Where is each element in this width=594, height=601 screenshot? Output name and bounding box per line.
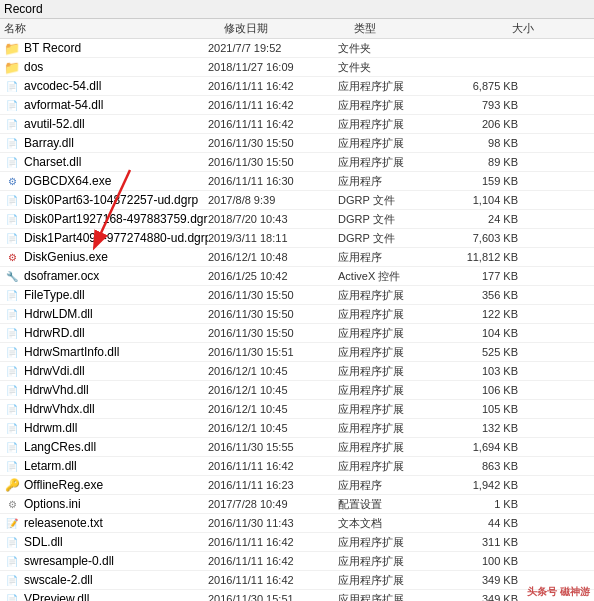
file-size: 159 KB (438, 175, 518, 187)
list-item[interactable]: 📄HdrwVdi.dll2016/12/1 10:45应用程序扩展103 KB (0, 362, 594, 381)
dll-icon: 📄 (4, 458, 20, 474)
list-item[interactable]: 📄HdrwVhd.dll2016/12/1 10:45应用程序扩展106 KB (0, 381, 594, 400)
list-item[interactable]: 📄SDL.dll2016/11/11 16:42应用程序扩展311 KB (0, 533, 594, 552)
file-type: 应用程序扩展 (338, 459, 438, 474)
dll-icon: 📄 (4, 78, 20, 94)
column-headers: 名称 修改日期 类型 大小 (0, 19, 594, 39)
file-name: DiskGenius.exe (24, 250, 108, 264)
file-type: DGRP 文件 (338, 193, 438, 208)
dll-icon: 📄 (4, 325, 20, 341)
list-item[interactable]: 📄HdrwLDM.dll2016/11/30 15:50应用程序扩展122 KB (0, 305, 594, 324)
dgrp-icon: 📄 (4, 192, 20, 208)
file-type: 应用程序扩展 (338, 402, 438, 417)
list-item[interactable]: 📄Disk1Part4096-977274880-ud.dgrp2019/3/1… (0, 229, 594, 248)
list-item[interactable]: 📄HdrwRD.dll2016/11/30 15:50应用程序扩展104 KB (0, 324, 594, 343)
file-name: Disk0Part63-104872257-ud.dgrp (24, 193, 198, 207)
file-date: 2021/7/7 19:52 (208, 42, 338, 54)
file-size: 24 KB (438, 213, 518, 225)
dll-icon: 📄 (4, 591, 20, 601)
list-item[interactable]: 📄swresample-0.dll2016/11/11 16:42应用程序扩展1… (0, 552, 594, 571)
list-item[interactable]: 📄HdrwVhdx.dll2016/12/1 10:45应用程序扩展105 KB (0, 400, 594, 419)
list-item[interactable]: 📁BT Record2021/7/7 19:52文件夹 (0, 39, 594, 58)
list-item[interactable]: 📄FileType.dll2016/11/30 15:50应用程序扩展356 K… (0, 286, 594, 305)
file-size: 105 KB (438, 403, 518, 415)
col-name-header[interactable]: 名称 (4, 21, 224, 36)
file-type: 应用程序扩展 (338, 421, 438, 436)
file-type: 应用程序扩展 (338, 440, 438, 455)
list-item[interactable]: 📄Disk0Part1927168-497883759.dgrp2018/7/2… (0, 210, 594, 229)
file-size: 122 KB (438, 308, 518, 320)
list-item[interactable]: 📁dos2018/11/27 16:09文件夹 (0, 58, 594, 77)
file-type: 应用程序扩展 (338, 155, 438, 170)
col-type-header[interactable]: 类型 (354, 21, 454, 36)
file-date: 2016/11/30 15:50 (208, 308, 338, 320)
list-item[interactable]: 📄VPreview.dll2016/11/30 15:51应用程序扩展349 K… (0, 590, 594, 601)
col-date-header[interactable]: 修改日期 (224, 21, 354, 36)
dll-icon: 📄 (4, 306, 20, 322)
file-type: 应用程序扩展 (338, 326, 438, 341)
list-item[interactable]: 📄avformat-54.dll2016/11/11 16:42应用程序扩展79… (0, 96, 594, 115)
file-size: 863 KB (438, 460, 518, 472)
file-size: 104 KB (438, 327, 518, 339)
list-item[interactable]: 📄Charset.dll2016/11/30 15:50应用程序扩展89 KB (0, 153, 594, 172)
list-item[interactable]: 📄HdrwSmartInfo.dll2016/11/30 15:51应用程序扩展… (0, 343, 594, 362)
file-name: HdrwRD.dll (24, 326, 85, 340)
file-type: 应用程序扩展 (338, 117, 438, 132)
file-size: 11,812 KB (438, 251, 518, 263)
file-type: 应用程序 (338, 174, 438, 189)
file-size: 349 KB (438, 593, 518, 601)
file-name: Disk1Part4096-977274880-ud.dgrp (24, 231, 208, 245)
list-item[interactable]: ⚙DGBCDX64.exe2016/11/11 16:30应用程序159 KB (0, 172, 594, 191)
file-type: 文本文档 (338, 516, 438, 531)
folder-bt-icon: 📁 (4, 40, 20, 56)
file-size: 206 KB (438, 118, 518, 130)
file-size: 100 KB (438, 555, 518, 567)
file-name: swscale-2.dll (24, 573, 93, 587)
file-type: 应用程序扩展 (338, 98, 438, 113)
file-date: 2016/12/1 10:48 (208, 251, 338, 263)
file-date: 2016/11/11 16:42 (208, 460, 338, 472)
file-name: HdrwLDM.dll (24, 307, 93, 321)
list-item[interactable]: 📄avutil-52.dll2016/11/11 16:42应用程序扩展206 … (0, 115, 594, 134)
col-size-header[interactable]: 大小 (454, 21, 534, 36)
file-date: 2016/11/30 15:51 (208, 346, 338, 358)
file-type: 配置设置 (338, 497, 438, 512)
dll-icon: 📄 (4, 534, 20, 550)
list-item[interactable]: 📄LangCRes.dll2016/11/30 15:55应用程序扩展1,694… (0, 438, 594, 457)
list-item[interactable]: 📄swscale-2.dll2016/11/11 16:42应用程序扩展349 … (0, 571, 594, 590)
list-item[interactable]: 📝releasenote.txt2016/11/30 11:43文本文档44 K… (0, 514, 594, 533)
file-size: 349 KB (438, 574, 518, 586)
file-size: 356 KB (438, 289, 518, 301)
file-date: 2016/11/11 16:23 (208, 479, 338, 491)
file-size: 98 KB (438, 137, 518, 149)
file-size: 7,603 KB (438, 232, 518, 244)
file-date: 2016/11/11 16:42 (208, 99, 338, 111)
list-item[interactable]: 🔧dsoframer.ocx2016/1/25 10:42ActiveX 控件1… (0, 267, 594, 286)
dll-icon: 📄 (4, 363, 20, 379)
file-date: 2016/11/11 16:42 (208, 118, 338, 130)
list-item[interactable]: 📄Hdrwm.dll2016/12/1 10:45应用程序扩展132 KB (0, 419, 594, 438)
file-name: HdrwVdi.dll (24, 364, 85, 378)
dll-icon: 📄 (4, 420, 20, 436)
list-item[interactable]: ⚙Options.ini2017/7/28 10:49配置设置1 KB (0, 495, 594, 514)
file-name: avutil-52.dll (24, 117, 85, 131)
file-type: 应用程序扩展 (338, 136, 438, 151)
file-size: 1 KB (438, 498, 518, 510)
list-item[interactable]: 📄Barray.dll2016/11/30 15:50应用程序扩展98 KB (0, 134, 594, 153)
list-item[interactable]: 🔑OfflineReg.exe2016/11/11 16:23应用程序1,942… (0, 476, 594, 495)
file-date: 2016/11/11 16:42 (208, 80, 338, 92)
dll-icon: 📄 (4, 116, 20, 132)
list-item[interactable]: 📄Disk0Part63-104872257-ud.dgrp2017/8/8 9… (0, 191, 594, 210)
file-date: 2016/1/25 10:42 (208, 270, 338, 282)
file-size: 177 KB (438, 270, 518, 282)
list-item[interactable]: ⚙DiskGenius.exe2016/12/1 10:48应用程序11,812… (0, 248, 594, 267)
file-list: 📁BT Record2021/7/7 19:52文件夹📁dos2018/11/2… (0, 39, 594, 601)
file-type: 应用程序扩展 (338, 364, 438, 379)
ini-icon: ⚙ (4, 496, 20, 512)
list-item[interactable]: 📄avcodec-54.dll2016/11/11 16:42应用程序扩展6,8… (0, 77, 594, 96)
file-name: VPreview.dll (24, 592, 89, 601)
file-size: 1,694 KB (438, 441, 518, 453)
file-date: 2018/11/27 16:09 (208, 61, 338, 73)
list-item[interactable]: 📄Letarm.dll2016/11/11 16:42应用程序扩展863 KB (0, 457, 594, 476)
file-type: DGRP 文件 (338, 231, 438, 246)
